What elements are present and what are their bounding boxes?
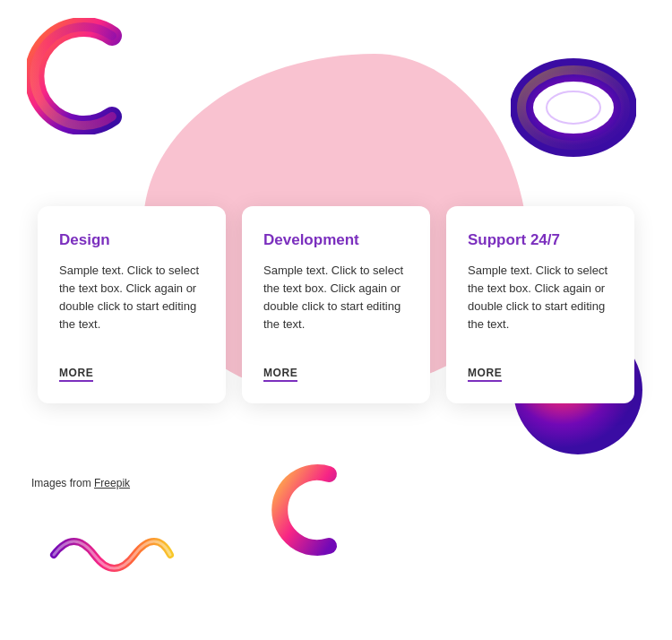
development-card-more-link[interactable]: MORE [263,367,297,382]
torus-top-right [511,54,636,161]
design-card: Design Sample text. Click to select the … [38,206,226,403]
c-shape-bottom-center [264,461,354,559]
design-card-more-link[interactable]: MORE [59,367,93,382]
c-shape-top-left [27,18,143,134]
support-card: Support 24/7 Sample text. Click to selec… [446,206,634,403]
page-container: Design Sample text. Click to select the … [0,0,672,640]
support-card-title: Support 24/7 [468,231,613,249]
freepik-link[interactable]: Freepik [94,477,130,489]
cards-section: Design Sample text. Click to select the … [27,206,645,403]
design-card-text: Sample text. Click to select the text bo… [59,262,204,350]
footer-text: Images from [31,477,94,489]
support-card-text: Sample text. Click to select the text bo… [468,262,613,350]
footer-attribution: Images from Freepik [31,477,130,489]
support-card-more-link[interactable]: MORE [468,367,502,382]
development-card: Development Sample text. Click to select… [242,206,430,403]
design-card-title: Design [59,231,204,249]
wave-shape-bottom-left [49,532,175,577]
development-card-title: Development [263,231,409,249]
development-card-text: Sample text. Click to select the text bo… [263,262,409,350]
